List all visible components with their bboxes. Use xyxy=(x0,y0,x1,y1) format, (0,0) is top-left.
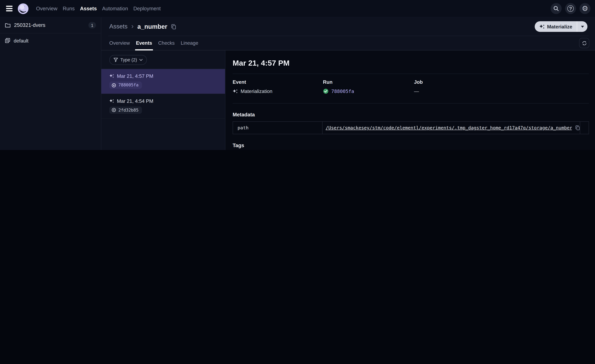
tab-checks[interactable]: Checks xyxy=(158,36,175,50)
run-id-pill[interactable]: 788005fa xyxy=(109,82,142,89)
job-value: — xyxy=(414,88,419,94)
success-check-icon xyxy=(323,88,329,94)
copy-path-button[interactable] xyxy=(575,125,580,130)
metadata-table: path /Users/smackesey/stm/code/elementl/… xyxy=(233,121,589,134)
divider xyxy=(233,103,589,103)
filter-label: Type (2) xyxy=(120,57,137,63)
materialize-dropdown-button[interactable] xyxy=(577,21,588,32)
event-list-panel: Type (2) xyxy=(101,50,226,150)
folder-icon xyxy=(5,23,11,28)
sidebar-item-asset-group[interactable]: default xyxy=(0,34,101,48)
event-type: Materialization xyxy=(241,88,272,94)
run-id: 788005fa xyxy=(118,83,139,88)
help-button[interactable]: ? xyxy=(565,3,576,14)
tab-lineage[interactable]: Lineage xyxy=(181,36,198,50)
tags-heading: Tags xyxy=(233,143,589,148)
materialization-sparkle-icon xyxy=(109,98,114,103)
materialization-sparkle-icon xyxy=(539,24,545,29)
asset-group-label: default xyxy=(14,38,28,43)
run-column-label: Run xyxy=(323,79,414,85)
nav-item-deployment[interactable]: Deployment xyxy=(133,6,161,11)
refresh-icon xyxy=(581,41,587,46)
asset-group-icon xyxy=(5,38,10,43)
job-column-label: Job xyxy=(414,79,589,85)
chevron-down-icon xyxy=(139,59,143,61)
run-target-icon xyxy=(112,108,116,112)
nav-item-automation[interactable]: Automation xyxy=(102,6,128,11)
materialize-button[interactable]: Materialize xyxy=(534,21,577,32)
materialization-sparkle-icon xyxy=(233,89,238,94)
event-list-item-selected[interactable]: Mar 21, 4:57 PM 788005fa xyxy=(101,69,225,94)
nav-item-overview[interactable]: Overview xyxy=(36,6,57,11)
page-title: a_number xyxy=(137,23,167,30)
nav-item-runs[interactable]: Runs xyxy=(63,6,75,11)
hamburger-menu-icon[interactable] xyxy=(5,4,14,13)
tab-overview[interactable]: Overview xyxy=(109,36,130,50)
table-row: path /Users/smackesey/stm/code/elementl/… xyxy=(233,122,588,134)
row-action-cell xyxy=(580,122,588,134)
filter-funnel-icon xyxy=(113,58,118,62)
breadcrumb-assets-link[interactable]: Assets xyxy=(109,23,128,30)
asset-detail-main: Assets › a_number xyxy=(101,17,595,150)
help-icon: ? xyxy=(567,5,574,12)
search-icon xyxy=(553,6,559,11)
caret-down-icon xyxy=(581,26,584,28)
copy-asset-name-button[interactable] xyxy=(171,24,176,29)
copy-icon xyxy=(575,125,580,130)
divider xyxy=(233,74,589,74)
event-timestamp: Mar 21, 4:54 PM xyxy=(117,98,153,104)
refresh-button[interactable] xyxy=(579,38,589,48)
event-timestamp: Mar 21, 4:57 PM xyxy=(117,73,153,79)
event-type-filter[interactable]: Type (2) xyxy=(109,55,147,65)
code-location-label: 250321-dvers xyxy=(14,22,45,28)
asset-catalog-sidebar: 250321-dvers 1 default 250321-dvers xyxy=(0,17,101,150)
event-detail-title: Mar 21, 4:57 PM xyxy=(233,59,589,68)
primary-nav: Overview Runs Assets Automation Deployme… xyxy=(36,6,161,11)
materialize-split-button: Materialize xyxy=(534,21,588,32)
chevron-right-icon: › xyxy=(131,22,134,30)
run-id-link[interactable]: 788005fa xyxy=(331,88,354,94)
event-detail-panel: Mar 21, 4:57 PM Event Materi xyxy=(226,50,595,150)
settings-button[interactable]: ⚙ xyxy=(580,3,590,14)
event-column-label: Event xyxy=(233,79,323,85)
event-summary-grid: Event Materialization R xyxy=(233,79,589,94)
dagster-logo[interactable] xyxy=(18,3,29,14)
asset-count-badge: 1 xyxy=(88,22,96,28)
sidebar-item-code-location[interactable]: 250321-dvers 1 xyxy=(0,17,101,34)
dagster-app: Overview Runs Assets Automation Deployme… xyxy=(0,0,595,150)
asset-tabs: Overview Events Checks Lineage xyxy=(101,36,595,50)
event-list-item[interactable]: Mar 21, 4:54 PM 2fd32b85 xyxy=(101,94,225,119)
materialization-sparkle-icon xyxy=(109,74,114,79)
metadata-heading: Metadata xyxy=(233,112,589,118)
topnav-actions: ? ⚙ xyxy=(551,3,590,14)
nav-item-assets[interactable]: Assets xyxy=(80,6,97,11)
materialize-button-label: Materialize xyxy=(547,24,572,29)
copy-icon xyxy=(171,24,176,29)
run-target-icon xyxy=(112,83,116,87)
tab-events[interactable]: Events xyxy=(136,36,152,50)
metadata-path-link[interactable]: /Users/smackesey/stm/code/elementl/exper… xyxy=(326,125,572,130)
breadcrumb: Assets › a_number xyxy=(108,17,588,36)
metadata-key: path xyxy=(233,122,323,134)
search-button[interactable] xyxy=(551,3,561,14)
gear-icon: ⚙ xyxy=(582,5,588,12)
top-nav: Overview Runs Assets Automation Deployme… xyxy=(0,0,595,17)
run-id: 2fd32b85 xyxy=(118,107,139,112)
run-id-pill[interactable]: 2fd32b85 xyxy=(109,106,142,114)
